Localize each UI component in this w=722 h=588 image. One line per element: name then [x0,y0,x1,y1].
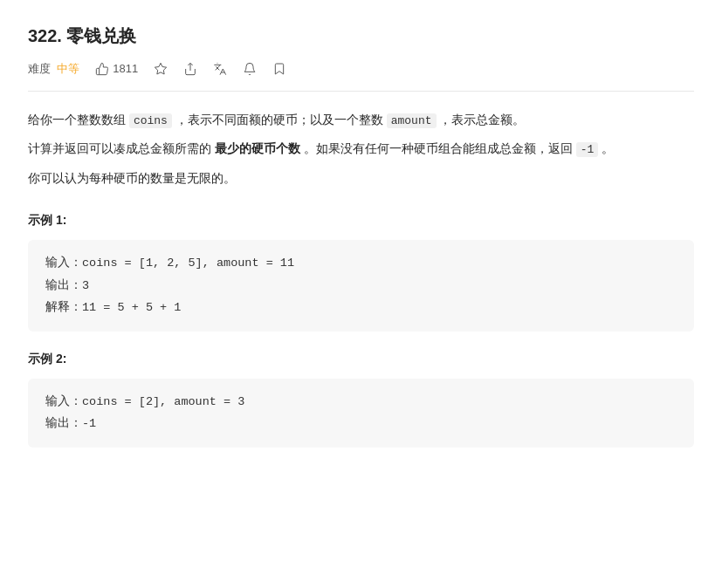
example2-line1: 输入：coins = [2], amount = 3 [45,391,677,414]
bell-icon[interactable] [243,62,257,76]
svg-marker-0 [155,63,166,74]
example2-title: 示例 2: [28,349,694,370]
example1-line3: 解释：11 = 5 + 5 + 1 [45,297,677,319]
meta-row: 难度 中等 1811 [28,59,694,92]
difficulty-value: 中等 [57,62,79,75]
example1-title: 示例 1: [28,210,694,231]
description-paragraph3: 你可以认为每种硬币的数量是无限的。 [28,168,694,189]
problem-title: 322. 零钱兑换 [28,21,136,51]
description-paragraph2: 计算并返回可以凑成总金额所需的 最少的硬币个数 。如果没有任何一种硬币组合能组成… [28,138,694,160]
bookmark-icon[interactable] [272,62,286,76]
key-phrase: 最少的硬币个数 [215,141,300,155]
neg-one-code: -1 [576,142,599,157]
translate-icon[interactable] [213,62,227,76]
coins-code: coins [129,113,172,128]
example2-block: 输入：coins = [2], amount = 3 输出：-1 [28,379,694,448]
title-row: 322. 零钱兑换 [28,21,694,51]
example1-block: 输入：coins = [1, 2, 5], amount = 11 输出：3 解… [28,240,694,332]
likes-icon[interactable]: 1811 [95,59,138,79]
difficulty-label: 难度 中等 [28,59,79,79]
likes-count: 1811 [113,59,138,79]
example1-line2: 输出：3 [45,275,677,297]
amount-code: amount [387,113,437,128]
example1-line1: 输入：coins = [1, 2, 5], amount = 11 [45,252,677,275]
star-icon[interactable] [154,62,168,76]
description-paragraph1: 给你一个整数数组 coins ，表示不同面额的硬币；以及一个整数 amount … [28,109,694,131]
example2-line2: 输出：-1 [45,413,677,435]
share-icon[interactable] [183,62,197,76]
